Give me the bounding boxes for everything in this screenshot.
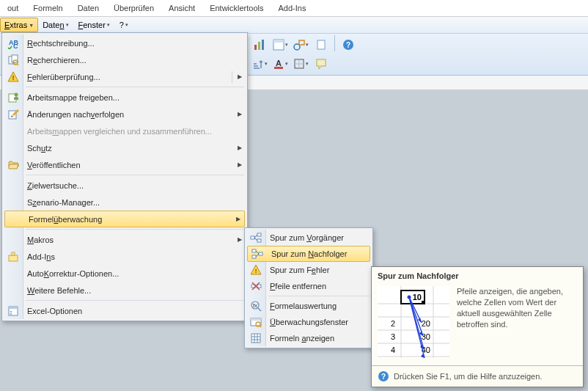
help-icon[interactable]: ? [339,36,357,54]
svg-rect-49 [251,318,261,321]
menu-label: Makros [23,235,234,244]
menubar-daten-label: Daten [43,21,64,29]
tooltip-preview: 10 2 3 4 20 30 40 5 50 [378,286,449,358]
submenu-item-formelauswertung[interactable]: fx Formelauswertung [246,298,371,314]
svg-rect-65 [422,301,425,304]
ribbon-tab-partial[interactable]: out [0,1,26,15]
menu-item-makros[interactable]: Makros ▶ [4,231,246,248]
svg-rect-1 [258,42,260,50]
pivot-icon[interactable]: ▾ [271,36,289,54]
tooltip-footer: ? Drücken Sie F1, um die Hilfe anzuzeige… [372,365,583,387]
trace-error-icon: ! [246,264,265,276]
menu-item-arbeitsmappe-freigeben[interactable]: Arbeitsmappe freigeben... [4,89,246,106]
publish-icon [4,159,23,171]
formelueberwachung-submenu: Spur zum Vorgänger Spur zum Nachfolger !… [244,227,373,348]
svg-line-21 [17,64,18,65]
menu-separator [26,87,244,87]
svg-rect-42 [257,285,261,288]
menu-label: Schutz [23,144,234,153]
menu-label: Recherchieren... [23,56,246,65]
menu-label: Änderungen nachverfolgen [23,110,234,119]
chart-icon[interactable] [251,36,268,54]
menubar-help-label: ? [120,21,124,29]
svg-rect-34 [257,233,261,236]
svg-text:50: 50 [422,357,430,358]
submenu-label: Überwachungsfenster [265,318,371,326]
menu-item-zielwertsuche[interactable]: Zielwertsuche... [4,177,246,194]
menu-item-weitere-befehle[interactable]: Weitere Befehle... [4,282,246,299]
submenu-item-spur-nachfolger[interactable]: Spur zum Nachfolger [247,246,370,262]
comment-icon[interactable] [312,55,330,73]
ribbon-tabs: out Formeln Daten Überprüfen Ansicht Ent… [0,0,588,17]
menu-item-szenario-manager[interactable]: Szenario-Manager... [4,194,246,211]
trace-precedents-icon [246,232,265,244]
submenu-item-formeln-anzeigen[interactable]: Formeln anzeigen [246,330,371,346]
submenu-label: Formeln anzeigen [265,334,371,343]
svg-rect-33 [251,236,254,239]
menu-item-schutz[interactable]: Schutz ▶ [4,139,246,156]
menu-label: AutoKorrektur-Optionen... [23,269,246,278]
track-changes-icon [4,109,23,120]
svg-rect-52 [251,334,260,343]
menu-label: Arbeitsmappe freigeben... [23,93,246,102]
ribbon-tab-ueberpruefen[interactable]: Überprüfen [106,1,161,15]
show-formulas-icon [246,332,265,344]
menu-item-veroeffentlichen[interactable]: Veröffentlichen ▶ [4,156,246,173]
menubar-daten[interactable]: Daten ▾ [38,17,73,33]
symbol-icon[interactable] [312,36,330,54]
svg-rect-30 [9,307,18,309]
menu-item-recherchieren[interactable]: Recherchieren... [4,51,246,68]
svg-text:20: 20 [422,319,430,328]
menu-label: Zielwertsuche... [23,181,246,190]
svg-rect-35 [257,239,261,242]
submenu-item-pfeile-entfernen[interactable]: Pfeile entfernen [246,278,371,294]
chevron-down-icon: ▾ [107,22,110,28]
menu-item-formelueberwachung[interactable]: Formelüberwachung ▶ [4,211,245,227]
svg-rect-15 [317,59,326,66]
help-icon: ? [378,370,389,382]
menubar-extras[interactable]: Extras ▼ [0,18,38,32]
ribbon-tab-addins[interactable]: Add-Ins [271,1,313,15]
ribbon-tab-daten[interactable]: Daten [70,1,106,15]
tooltip-footer-text: Drücken Sie F1, um die Hilfe anzuzeigen. [394,372,542,381]
svg-text:?: ? [346,41,350,49]
menu-item-aenderungen-nachverfolgen[interactable]: Änderungen nachverfolgen ▶ [4,106,246,123]
svg-text:C: C [13,43,18,49]
menu-item-autokorrektur[interactable]: AutoKorrektur-Optionen... [4,265,246,282]
share-workbook-icon [4,92,23,103]
watch-window-icon [246,316,265,328]
svg-text:10: 10 [413,293,422,302]
menubar-extras-label: Extras [4,21,27,29]
submenu-item-ueberwachungsfenster[interactable]: Überwachungsfenster [246,314,371,330]
shapes-icon[interactable]: ▾ [292,36,309,54]
font-color-icon[interactable]: A▾ [271,55,289,73]
svg-text:A: A [276,59,282,67]
ribbon-tab-ansicht[interactable]: Ansicht [161,1,202,15]
svg-rect-2 [262,40,264,50]
submenu-item-spur-fehler[interactable]: ! Spur zum Fehler [246,262,371,278]
ribbon-tab-entwicklertools[interactable]: Entwicklertools [202,1,271,15]
submenu-arrow-icon: ▶ [232,216,244,222]
evaluate-formula-icon: fx [246,300,265,312]
svg-text:fx: fx [253,302,257,309]
menu-item-rechtschreibung[interactable]: ABC Rechtschreibung... [4,34,246,51]
svg-point-31 [10,311,12,313]
submenu-item-spur-vorgaenger[interactable]: Spur zum Vorgänger [246,230,371,246]
menu-separator [26,175,244,175]
border-icon[interactable]: ▾ [292,55,309,73]
submenu-label: Pfeile entfernen [265,282,371,290]
menu-item-excel-optionen[interactable]: Excel-Optionen [4,302,246,319]
svg-rect-11 [274,67,283,69]
svg-text:5: 5 [391,357,395,358]
menu-item-fehlerueberpruefung[interactable]: ! Fehlerüberprüfung... ▶ [4,68,246,85]
menu-label: Formelüberwachung [24,215,232,224]
ribbon-tab-formeln[interactable]: Formeln [26,1,70,15]
submenu-label: Spur zum Nachfolger [267,249,370,258]
svg-rect-7 [317,40,325,49]
menubar-fenster-label: Fenster [78,21,106,29]
sort-icon[interactable]: ▾ [251,55,268,73]
menu-label: Veröffentlichen [23,161,234,169]
menubar-fenster[interactable]: Fenster ▾ [74,17,115,33]
menu-item-addins[interactable]: Add-Ins [4,248,246,265]
menubar-help[interactable]: ? ▾ [115,17,133,33]
